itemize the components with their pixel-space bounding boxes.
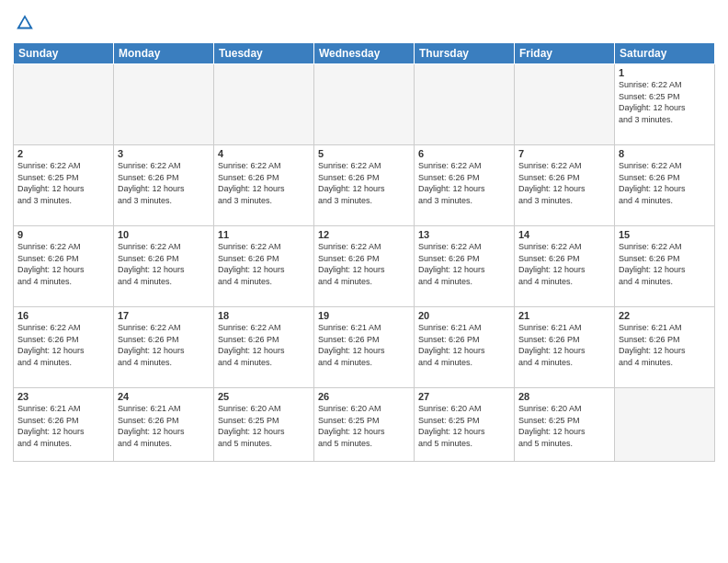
day-cell: 21Sunrise: 6:21 AM Sunset: 6:26 PM Dayli… bbox=[515, 307, 615, 388]
header bbox=[13, 9, 715, 37]
calendar: SundayMondayTuesdayWednesdayThursdayFrid… bbox=[13, 42, 715, 462]
week-row-4: 23Sunrise: 6:21 AM Sunset: 6:26 PM Dayli… bbox=[14, 388, 715, 462]
day-number: 13 bbox=[418, 229, 510, 240]
day-cell: 7Sunrise: 6:22 AM Sunset: 6:26 PM Daylig… bbox=[515, 145, 615, 226]
logo-icon bbox=[15, 13, 35, 33]
day-number: 7 bbox=[518, 148, 610, 159]
day-info: Sunrise: 6:22 AM Sunset: 6:26 PM Dayligh… bbox=[218, 241, 310, 287]
day-number: 11 bbox=[218, 229, 310, 240]
day-number: 5 bbox=[318, 148, 410, 159]
weekday-header-thursday: Thursday bbox=[415, 43, 515, 64]
day-number: 27 bbox=[418, 391, 510, 402]
day-number: 15 bbox=[619, 229, 711, 240]
day-number: 25 bbox=[218, 391, 310, 402]
day-cell: 12Sunrise: 6:22 AM Sunset: 6:26 PM Dayli… bbox=[314, 226, 415, 307]
day-info: Sunrise: 6:22 AM Sunset: 6:26 PM Dayligh… bbox=[17, 241, 109, 287]
page: SundayMondayTuesdayWednesdayThursdayFrid… bbox=[0, 0, 728, 563]
day-number: 4 bbox=[218, 148, 310, 159]
day-info: Sunrise: 6:22 AM Sunset: 6:26 PM Dayligh… bbox=[619, 241, 711, 287]
day-number: 16 bbox=[17, 310, 109, 321]
day-number: 2 bbox=[17, 148, 109, 159]
day-number: 24 bbox=[118, 391, 210, 402]
day-cell: 18Sunrise: 6:22 AM Sunset: 6:26 PM Dayli… bbox=[214, 307, 314, 388]
day-number: 26 bbox=[318, 391, 410, 402]
day-cell: 2Sunrise: 6:22 AM Sunset: 6:25 PM Daylig… bbox=[14, 145, 114, 226]
day-info: Sunrise: 6:22 AM Sunset: 6:26 PM Dayligh… bbox=[118, 160, 210, 206]
day-cell: 15Sunrise: 6:22 AM Sunset: 6:26 PM Dayli… bbox=[615, 226, 715, 307]
day-number: 12 bbox=[318, 229, 410, 240]
day-info: Sunrise: 6:21 AM Sunset: 6:26 PM Dayligh… bbox=[518, 322, 610, 368]
week-row-0: 1Sunrise: 6:22 AM Sunset: 6:25 PM Daylig… bbox=[14, 64, 715, 145]
day-cell: 14Sunrise: 6:22 AM Sunset: 6:26 PM Dayli… bbox=[515, 226, 615, 307]
day-cell: 23Sunrise: 6:21 AM Sunset: 6:26 PM Dayli… bbox=[14, 388, 114, 462]
day-cell bbox=[114, 64, 214, 145]
day-info: Sunrise: 6:20 AM Sunset: 6:25 PM Dayligh… bbox=[218, 403, 310, 449]
day-info: Sunrise: 6:22 AM Sunset: 6:26 PM Dayligh… bbox=[518, 241, 610, 287]
day-cell bbox=[314, 64, 415, 145]
day-cell bbox=[14, 64, 114, 145]
day-number: 18 bbox=[218, 310, 310, 321]
day-number: 19 bbox=[318, 310, 410, 321]
day-cell: 22Sunrise: 6:21 AM Sunset: 6:26 PM Dayli… bbox=[615, 307, 715, 388]
day-number: 22 bbox=[619, 310, 711, 321]
day-cell: 26Sunrise: 6:20 AM Sunset: 6:25 PM Dayli… bbox=[314, 388, 415, 462]
day-cell bbox=[515, 64, 615, 145]
day-info: Sunrise: 6:22 AM Sunset: 6:26 PM Dayligh… bbox=[318, 241, 410, 287]
weekday-header-sunday: Sunday bbox=[14, 43, 114, 64]
week-row-3: 16Sunrise: 6:22 AM Sunset: 6:26 PM Dayli… bbox=[14, 307, 715, 388]
day-cell: 24Sunrise: 6:21 AM Sunset: 6:26 PM Dayli… bbox=[114, 388, 214, 462]
day-cell: 3Sunrise: 6:22 AM Sunset: 6:26 PM Daylig… bbox=[114, 145, 214, 226]
day-cell: 4Sunrise: 6:22 AM Sunset: 6:26 PM Daylig… bbox=[214, 145, 314, 226]
day-info: Sunrise: 6:22 AM Sunset: 6:26 PM Dayligh… bbox=[218, 160, 310, 206]
day-number: 9 bbox=[17, 229, 109, 240]
day-cell: 27Sunrise: 6:20 AM Sunset: 6:25 PM Dayli… bbox=[415, 388, 515, 462]
day-cell: 5Sunrise: 6:22 AM Sunset: 6:26 PM Daylig… bbox=[314, 145, 415, 226]
day-info: Sunrise: 6:22 AM Sunset: 6:26 PM Dayligh… bbox=[518, 160, 610, 206]
week-row-2: 9Sunrise: 6:22 AM Sunset: 6:26 PM Daylig… bbox=[14, 226, 715, 307]
day-info: Sunrise: 6:21 AM Sunset: 6:26 PM Dayligh… bbox=[619, 322, 711, 368]
day-info: Sunrise: 6:22 AM Sunset: 6:26 PM Dayligh… bbox=[418, 241, 510, 287]
day-cell: 13Sunrise: 6:22 AM Sunset: 6:26 PM Dayli… bbox=[415, 226, 515, 307]
day-info: Sunrise: 6:22 AM Sunset: 6:25 PM Dayligh… bbox=[619, 79, 711, 125]
weekday-header-friday: Friday bbox=[515, 43, 615, 64]
logo bbox=[13, 13, 37, 37]
day-info: Sunrise: 6:21 AM Sunset: 6:26 PM Dayligh… bbox=[118, 403, 210, 449]
day-cell: 9Sunrise: 6:22 AM Sunset: 6:26 PM Daylig… bbox=[14, 226, 114, 307]
day-cell: 25Sunrise: 6:20 AM Sunset: 6:25 PM Dayli… bbox=[214, 388, 314, 462]
day-number: 3 bbox=[118, 148, 210, 159]
day-info: Sunrise: 6:22 AM Sunset: 6:26 PM Dayligh… bbox=[619, 160, 711, 206]
day-info: Sunrise: 6:21 AM Sunset: 6:26 PM Dayligh… bbox=[318, 322, 410, 368]
day-info: Sunrise: 6:22 AM Sunset: 6:26 PM Dayligh… bbox=[218, 322, 310, 368]
day-info: Sunrise: 6:20 AM Sunset: 6:25 PM Dayligh… bbox=[318, 403, 410, 449]
day-number: 10 bbox=[118, 229, 210, 240]
weekday-header-row: SundayMondayTuesdayWednesdayThursdayFrid… bbox=[14, 43, 715, 64]
week-row-1: 2Sunrise: 6:22 AM Sunset: 6:25 PM Daylig… bbox=[14, 145, 715, 226]
day-cell: 20Sunrise: 6:21 AM Sunset: 6:26 PM Dayli… bbox=[415, 307, 515, 388]
day-cell: 10Sunrise: 6:22 AM Sunset: 6:26 PM Dayli… bbox=[114, 226, 214, 307]
day-number: 1 bbox=[619, 67, 711, 78]
day-info: Sunrise: 6:20 AM Sunset: 6:25 PM Dayligh… bbox=[418, 403, 510, 449]
day-number: 14 bbox=[518, 229, 610, 240]
day-info: Sunrise: 6:22 AM Sunset: 6:26 PM Dayligh… bbox=[17, 322, 109, 368]
day-cell bbox=[214, 64, 314, 145]
day-info: Sunrise: 6:22 AM Sunset: 6:26 PM Dayligh… bbox=[318, 160, 410, 206]
day-cell: 6Sunrise: 6:22 AM Sunset: 6:26 PM Daylig… bbox=[415, 145, 515, 226]
weekday-header-monday: Monday bbox=[114, 43, 214, 64]
day-cell: 8Sunrise: 6:22 AM Sunset: 6:26 PM Daylig… bbox=[615, 145, 715, 226]
day-cell bbox=[615, 388, 715, 462]
day-info: Sunrise: 6:21 AM Sunset: 6:26 PM Dayligh… bbox=[418, 322, 510, 368]
day-cell: 28Sunrise: 6:20 AM Sunset: 6:25 PM Dayli… bbox=[515, 388, 615, 462]
day-cell: 16Sunrise: 6:22 AM Sunset: 6:26 PM Dayli… bbox=[14, 307, 114, 388]
day-number: 28 bbox=[518, 391, 610, 402]
day-cell bbox=[415, 64, 515, 145]
weekday-header-tuesday: Tuesday bbox=[214, 43, 314, 64]
day-cell: 17Sunrise: 6:22 AM Sunset: 6:26 PM Dayli… bbox=[114, 307, 214, 388]
day-cell: 1Sunrise: 6:22 AM Sunset: 6:25 PM Daylig… bbox=[615, 64, 715, 145]
day-number: 8 bbox=[619, 148, 711, 159]
day-number: 20 bbox=[418, 310, 510, 321]
day-cell: 19Sunrise: 6:21 AM Sunset: 6:26 PM Dayli… bbox=[314, 307, 415, 388]
day-info: Sunrise: 6:21 AM Sunset: 6:26 PM Dayligh… bbox=[17, 403, 109, 449]
weekday-header-saturday: Saturday bbox=[615, 43, 715, 64]
day-info: Sunrise: 6:22 AM Sunset: 6:25 PM Dayligh… bbox=[17, 160, 109, 206]
day-info: Sunrise: 6:22 AM Sunset: 6:26 PM Dayligh… bbox=[118, 241, 210, 287]
